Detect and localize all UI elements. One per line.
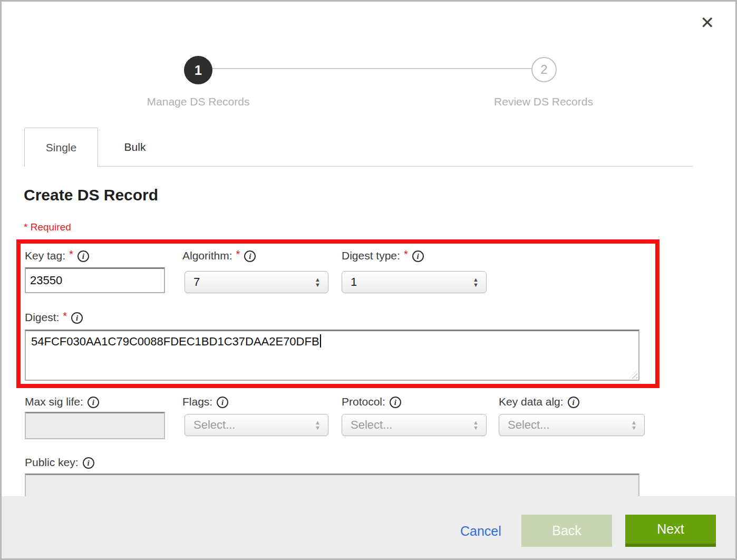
tab-bulk[interactable]: Bulk <box>98 128 172 167</box>
protocol-label-text: Protocol: <box>342 395 385 408</box>
page-title: Create DS Record <box>24 186 158 204</box>
max-sig-life-label: Max sig life: i <box>25 394 99 409</box>
step-2-label: Review DS Records <box>475 95 612 108</box>
key-data-alg-select[interactable]: Select... ▲▼ <box>499 414 645 436</box>
max-sig-life-input <box>25 412 165 439</box>
select-stepper-arrows-icon: ▲▼ <box>473 277 479 287</box>
flags-select-value: Select... <box>193 418 235 432</box>
step-2-circle: 2 <box>531 57 557 82</box>
key-data-alg-label-text: Key data alg: <box>499 395 564 408</box>
flags-select[interactable]: Select... ▲▼ <box>185 414 328 436</box>
create-ds-record-dialog: ✕ 1 2 Manage DS Records Review DS Record… <box>0 0 737 560</box>
select-stepper-arrows-icon: ▲▼ <box>473 420 479 430</box>
text-cursor <box>320 334 321 347</box>
flags-label-text: Flags: <box>182 395 212 408</box>
required-asterisk: * <box>69 248 73 260</box>
key-data-alg-select-value: Select... <box>508 418 549 432</box>
max-sig-life-label-text: Max sig life: <box>25 395 83 408</box>
algorithm-select-value: 7 <box>193 275 200 289</box>
digest-label: Digest: * i <box>25 310 83 325</box>
required-asterisk: * <box>63 310 67 322</box>
public-key-textarea <box>25 474 639 496</box>
stepper-connector-line <box>212 68 532 69</box>
required-asterisk: * <box>404 248 408 260</box>
select-stepper-arrows-icon: ▲▼ <box>315 420 321 430</box>
protocol-select-value: Select... <box>351 418 392 432</box>
info-icon[interactable]: i <box>390 397 401 408</box>
info-icon[interactable]: i <box>83 457 94 469</box>
flags-label: Flags: i <box>182 394 228 409</box>
public-key-label-text: Public key: <box>25 456 79 469</box>
digest-type-select-value: 1 <box>351 275 357 289</box>
back-button: Back <box>521 515 612 547</box>
step-1-label: Manage DS Records <box>130 95 267 108</box>
algorithm-label-text: Algorithm: <box>182 249 232 262</box>
protocol-select[interactable]: Select... ▲▼ <box>342 414 487 436</box>
required-asterisk: * <box>236 248 240 260</box>
cancel-button[interactable]: Cancel <box>460 524 501 539</box>
algorithm-select[interactable]: 7 ▲▼ <box>185 271 328 293</box>
select-stepper-arrows-icon: ▲▼ <box>631 420 637 430</box>
close-icon[interactable]: ✕ <box>700 14 714 31</box>
key-tag-label-text: Key tag: <box>25 249 65 262</box>
info-icon[interactable]: i <box>77 250 89 262</box>
key-tag-input[interactable] <box>25 267 165 293</box>
algorithm-label: Algorithm: * i <box>182 248 256 263</box>
info-icon[interactable]: i <box>244 250 256 262</box>
digest-type-label: Digest type: * i <box>342 248 424 263</box>
digest-type-label-text: Digest type: <box>342 249 400 262</box>
key-data-alg-label: Key data alg: i <box>499 394 579 409</box>
tab-single[interactable]: Single <box>24 128 98 167</box>
key-tag-label: Key tag: * i <box>25 248 89 263</box>
info-icon[interactable]: i <box>568 397 579 408</box>
required-note: * Required <box>24 221 71 233</box>
info-icon[interactable]: i <box>412 250 424 262</box>
public-key-label: Public key: i <box>25 455 94 470</box>
tabs-underline <box>98 166 693 167</box>
digest-type-select[interactable]: 1 ▲▼ <box>342 271 487 293</box>
step-1-circle: 1 <box>184 56 212 84</box>
protocol-label: Protocol: i <box>342 394 401 409</box>
select-stepper-arrows-icon: ▲▼ <box>315 277 321 287</box>
info-icon[interactable]: i <box>71 312 83 324</box>
digest-label-text: Digest: <box>25 311 59 324</box>
info-icon[interactable]: i <box>88 397 99 408</box>
digest-value: 54FCF030AA1C79C0088FDEC1BD1C37DAA2E70DFB <box>31 335 319 348</box>
dialog-footer: Cancel Back Next <box>2 496 735 560</box>
digest-textarea[interactable]: 54FCF030AA1C79C0088FDEC1BD1C37DAA2E70DFB <box>25 330 639 381</box>
resize-grip-icon[interactable] <box>629 370 637 379</box>
info-icon[interactable]: i <box>217 397 228 408</box>
next-button[interactable]: Next <box>625 515 716 547</box>
